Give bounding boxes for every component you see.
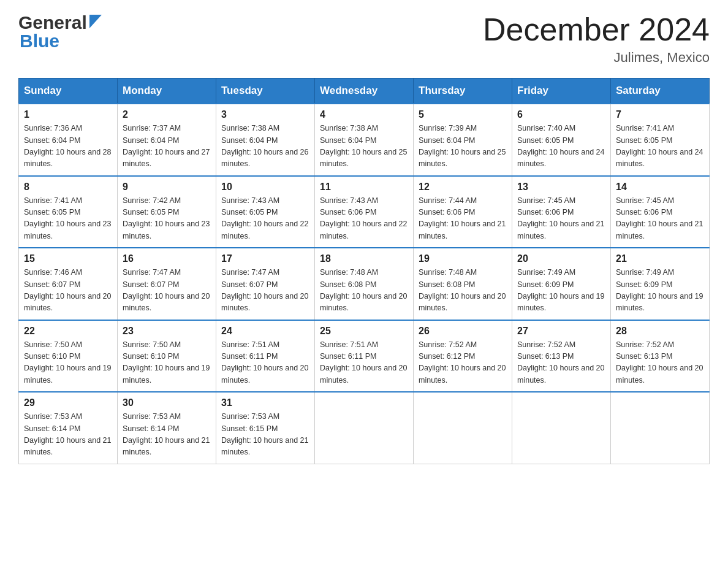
day-number: 17 [221, 253, 309, 264]
day-info: Sunrise: 7:50 AMSunset: 6:10 PMDaylight:… [24, 339, 112, 387]
day-info: Sunrise: 7:50 AMSunset: 6:10 PMDaylight:… [123, 339, 211, 387]
day-number: 27 [517, 326, 605, 337]
day-info: Sunrise: 7:43 AMSunset: 6:05 PMDaylight:… [221, 195, 309, 243]
title-block: December 2024 Julimes, Mexico [483, 12, 710, 66]
day-number: 15 [24, 253, 112, 264]
day-number: 19 [419, 253, 507, 264]
day-info: Sunrise: 7:53 AMSunset: 6:15 PMDaylight:… [221, 411, 309, 459]
day-info: Sunrise: 7:51 AMSunset: 6:11 PMDaylight:… [320, 339, 408, 387]
day-number: 11 [320, 182, 408, 193]
col-wednesday: Wednesday [315, 79, 414, 104]
col-monday: Monday [118, 79, 216, 104]
day-info: Sunrise: 7:43 AMSunset: 6:06 PMDaylight:… [320, 195, 408, 243]
calendar-cell: 11Sunrise: 7:43 AMSunset: 6:06 PMDayligh… [315, 176, 414, 248]
calendar-cell: 4Sunrise: 7:38 AMSunset: 6:04 PMDaylight… [315, 104, 414, 176]
calendar-cell: 30Sunrise: 7:53 AMSunset: 6:14 PMDayligh… [118, 392, 216, 464]
day-number: 30 [123, 397, 211, 408]
day-number: 8 [24, 182, 112, 193]
day-info: Sunrise: 7:38 AMSunset: 6:04 PMDaylight:… [221, 123, 309, 170]
day-info: Sunrise: 7:49 AMSunset: 6:09 PMDaylight:… [517, 267, 605, 315]
day-number: 29 [24, 397, 112, 408]
day-info: Sunrise: 7:49 AMSunset: 6:09 PMDaylight:… [616, 267, 704, 315]
day-number: 13 [517, 182, 605, 193]
calendar-cell [611, 392, 710, 464]
day-info: Sunrise: 7:47 AMSunset: 6:07 PMDaylight:… [221, 267, 309, 315]
calendar-cell [512, 392, 611, 464]
calendar-cell: 7Sunrise: 7:41 AMSunset: 6:05 PMDaylight… [611, 104, 710, 176]
calendar-table: Sunday Monday Tuesday Wednesday Thursday… [18, 78, 710, 464]
calendar-cell: 9Sunrise: 7:42 AMSunset: 6:05 PMDaylight… [118, 176, 216, 248]
day-info: Sunrise: 7:40 AMSunset: 6:05 PMDaylight:… [517, 123, 605, 170]
calendar-cell: 2Sunrise: 7:37 AMSunset: 6:04 PMDaylight… [118, 104, 216, 176]
calendar-cell: 14Sunrise: 7:45 AMSunset: 6:06 PMDayligh… [611, 176, 710, 248]
day-info: Sunrise: 7:53 AMSunset: 6:14 PMDaylight:… [123, 411, 211, 459]
col-tuesday: Tuesday [216, 79, 315, 104]
calendar-cell: 24Sunrise: 7:51 AMSunset: 6:11 PMDayligh… [216, 320, 315, 393]
calendar-cell: 31Sunrise: 7:53 AMSunset: 6:15 PMDayligh… [216, 392, 315, 464]
day-number: 22 [24, 326, 112, 337]
day-info: Sunrise: 7:37 AMSunset: 6:04 PMDaylight:… [123, 123, 211, 170]
day-number: 5 [419, 109, 507, 120]
day-info: Sunrise: 7:48 AMSunset: 6:08 PMDaylight:… [419, 267, 507, 315]
col-friday: Friday [512, 79, 611, 104]
calendar-cell [315, 392, 414, 464]
calendar-week-2: 8Sunrise: 7:41 AMSunset: 6:05 PMDaylight… [19, 176, 710, 248]
calendar-cell: 10Sunrise: 7:43 AMSunset: 6:05 PMDayligh… [216, 176, 315, 248]
day-number: 10 [221, 182, 309, 193]
calendar-cell: 27Sunrise: 7:52 AMSunset: 6:13 PMDayligh… [512, 320, 611, 393]
day-info: Sunrise: 7:41 AMSunset: 6:05 PMDaylight:… [24, 195, 112, 243]
calendar-cell: 1Sunrise: 7:36 AMSunset: 6:04 PMDaylight… [19, 104, 118, 176]
calendar-cell: 16Sunrise: 7:47 AMSunset: 6:07 PMDayligh… [118, 248, 216, 320]
calendar-body: 1Sunrise: 7:36 AMSunset: 6:04 PMDaylight… [19, 104, 710, 464]
calendar-cell: 29Sunrise: 7:53 AMSunset: 6:14 PMDayligh… [19, 392, 118, 464]
day-number: 31 [221, 397, 309, 408]
day-info: Sunrise: 7:41 AMSunset: 6:05 PMDaylight:… [616, 123, 704, 170]
logo-general-text: General [18, 12, 87, 33]
calendar-cell: 19Sunrise: 7:48 AMSunset: 6:08 PMDayligh… [414, 248, 512, 320]
day-info: Sunrise: 7:51 AMSunset: 6:11 PMDaylight:… [221, 339, 309, 387]
logo-arrow-icon [89, 15, 102, 31]
calendar-cell [414, 392, 512, 464]
svg-marker-0 [89, 15, 102, 28]
calendar-cell: 12Sunrise: 7:44 AMSunset: 6:06 PMDayligh… [414, 176, 512, 248]
day-info: Sunrise: 7:48 AMSunset: 6:08 PMDaylight:… [320, 267, 408, 315]
day-info: Sunrise: 7:38 AMSunset: 6:04 PMDaylight:… [320, 123, 408, 170]
calendar-cell: 17Sunrise: 7:47 AMSunset: 6:07 PMDayligh… [216, 248, 315, 320]
day-number: 21 [616, 253, 704, 264]
calendar-cell: 22Sunrise: 7:50 AMSunset: 6:10 PMDayligh… [19, 320, 118, 393]
page-header: General Blue December 2024 Julimes, Mexi… [18, 12, 710, 66]
day-number: 16 [123, 253, 211, 264]
day-number: 23 [123, 326, 211, 337]
day-number: 3 [221, 109, 309, 120]
calendar-week-1: 1Sunrise: 7:36 AMSunset: 6:04 PMDaylight… [19, 104, 710, 176]
day-number: 9 [123, 182, 211, 193]
day-info: Sunrise: 7:44 AMSunset: 6:06 PMDaylight:… [419, 195, 507, 243]
calendar-week-4: 22Sunrise: 7:50 AMSunset: 6:10 PMDayligh… [19, 320, 710, 393]
calendar-cell: 18Sunrise: 7:48 AMSunset: 6:08 PMDayligh… [315, 248, 414, 320]
day-info: Sunrise: 7:45 AMSunset: 6:06 PMDaylight:… [517, 195, 605, 243]
day-number: 18 [320, 253, 408, 264]
day-info: Sunrise: 7:53 AMSunset: 6:14 PMDaylight:… [24, 411, 112, 459]
logo: General Blue [18, 12, 102, 52]
calendar-title: December 2024 [483, 12, 710, 47]
calendar-cell: 6Sunrise: 7:40 AMSunset: 6:05 PMDaylight… [512, 104, 611, 176]
day-number: 2 [123, 109, 211, 120]
calendar-cell: 13Sunrise: 7:45 AMSunset: 6:06 PMDayligh… [512, 176, 611, 248]
day-info: Sunrise: 7:52 AMSunset: 6:13 PMDaylight:… [517, 339, 605, 387]
day-number: 28 [616, 326, 704, 337]
day-number: 20 [517, 253, 605, 264]
calendar-cell: 20Sunrise: 7:49 AMSunset: 6:09 PMDayligh… [512, 248, 611, 320]
calendar-cell: 21Sunrise: 7:49 AMSunset: 6:09 PMDayligh… [611, 248, 710, 320]
calendar-cell: 28Sunrise: 7:52 AMSunset: 6:13 PMDayligh… [611, 320, 710, 393]
day-info: Sunrise: 7:52 AMSunset: 6:13 PMDaylight:… [616, 339, 704, 387]
day-info: Sunrise: 7:46 AMSunset: 6:07 PMDaylight:… [24, 267, 112, 315]
day-info: Sunrise: 7:45 AMSunset: 6:06 PMDaylight:… [616, 195, 704, 243]
day-number: 24 [221, 326, 309, 337]
day-info: Sunrise: 7:36 AMSunset: 6:04 PMDaylight:… [24, 123, 112, 170]
calendar-cell: 26Sunrise: 7:52 AMSunset: 6:12 PMDayligh… [414, 320, 512, 393]
calendar-header: Sunday Monday Tuesday Wednesday Thursday… [19, 79, 710, 104]
col-sunday: Sunday [19, 79, 118, 104]
day-number: 14 [616, 182, 704, 193]
day-info: Sunrise: 7:47 AMSunset: 6:07 PMDaylight:… [123, 267, 211, 315]
calendar-cell: 8Sunrise: 7:41 AMSunset: 6:05 PMDaylight… [19, 176, 118, 248]
